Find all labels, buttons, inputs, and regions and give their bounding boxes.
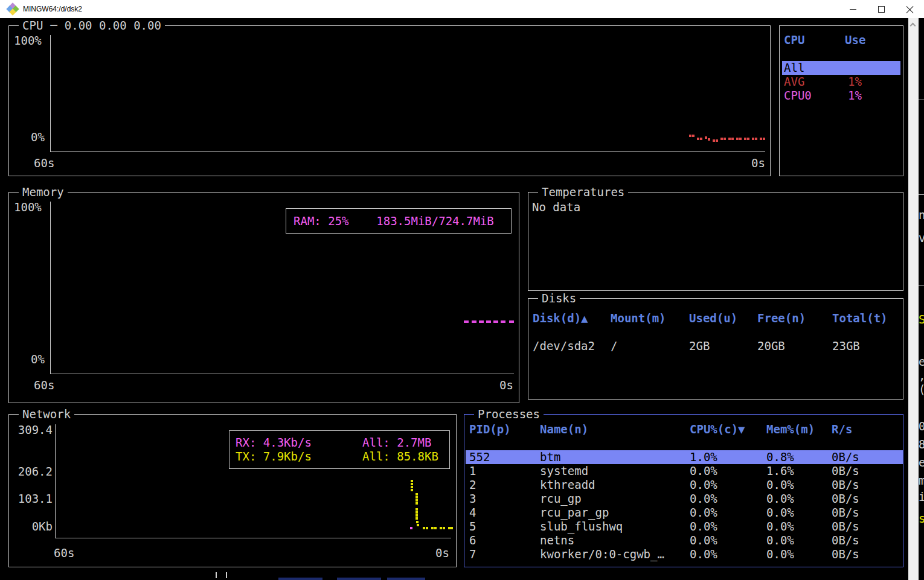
disks-header-3[interactable]: Free(n)	[757, 311, 806, 325]
cpu-legend-use: 1%	[848, 75, 862, 89]
edge-clipped-char: 8	[919, 438, 924, 451]
processes-header-3[interactable]: Mem%(m)	[766, 422, 815, 436]
minimize-button[interactable]	[839, 0, 867, 18]
process-cell: 1.6%	[766, 464, 794, 478]
network-y-axis	[55, 424, 56, 538]
cpu-x-right-label: 0s	[751, 156, 765, 170]
disks-cell[interactable]: /dev/sda2	[533, 339, 595, 353]
clipped-glyph-tick	[226, 572, 227, 578]
temperatures-panel[interactable]: Temperatures No data	[528, 192, 903, 291]
process-cell: 0.0%	[766, 520, 794, 534]
scroll-up-icon[interactable]	[910, 23, 916, 29]
window-controls	[839, 0, 924, 18]
edge-clipped-char: m	[919, 474, 924, 488]
disks-panel[interactable]: Disks Disk(d)▲Mount(m)Used(u)Free(n)Tota…	[528, 298, 903, 400]
process-cell: 0B/s	[832, 506, 859, 520]
process-row[interactable]: 2kthreadd0.0%0.0%0B/s	[466, 478, 903, 492]
clipped-row-fragment	[278, 578, 322, 580]
edge-clipped-char: ,	[919, 369, 924, 383]
processes-table: PID(p)Name(n)CPU%(c)▼Mem%(m)R/s552btm1.0…	[464, 415, 903, 567]
background-window-sliver: nvSe,(08emis	[919, 18, 924, 580]
cpu-x-axis	[50, 151, 765, 152]
cpu-load-average: 0.00 0.00 0.00	[65, 19, 161, 33]
msys2-icon	[7, 4, 18, 14]
process-cell: 0B/s	[832, 464, 859, 478]
process-cell: 0B/s	[832, 492, 859, 506]
edge-clipped-char: S	[919, 313, 924, 327]
processes-header-0[interactable]: PID(p)	[469, 422, 511, 436]
edge-clipped-char: 0	[919, 419, 924, 433]
process-cell: slub_flushwq	[540, 520, 623, 534]
cpu-legend-name: CPU0	[784, 89, 812, 103]
bottom-clipped-strip	[0, 549, 908, 580]
disks-cell[interactable]: 23GB	[832, 339, 860, 353]
edge-clipped-char: i	[919, 490, 924, 504]
title-separator: ─	[50, 19, 57, 33]
network-rx-total-label: All: 2.7MB	[362, 436, 431, 450]
maximize-icon	[878, 6, 885, 13]
scrollbar[interactable]	[908, 18, 919, 580]
disks-cell[interactable]: 2GB	[689, 339, 710, 353]
process-row[interactable]: 5slub_flushwq0.0%0.0%0B/s	[466, 520, 903, 534]
memory-y-max-label: 100%	[14, 200, 42, 214]
edge-clipped-char: (	[919, 383, 924, 397]
process-cell: 0.8%	[766, 450, 794, 464]
cpu-legend-row[interactable]: AVG1%	[782, 75, 900, 89]
clipped-row-fragment	[337, 578, 381, 580]
maximize-button[interactable]	[867, 0, 896, 18]
network-panel[interactable]: Network 309.4 206.2 103.1 0Kb 60s 0s RX:…	[8, 414, 457, 567]
cpu-y-zero-label: 0%	[31, 130, 45, 144]
process-cell: 0B/s	[832, 450, 859, 464]
network-y-label-1: 206.2	[14, 465, 53, 479]
cpu-legend-name: AVG	[784, 75, 804, 89]
process-cell: 0.0%	[690, 492, 717, 506]
process-cell: 2	[469, 478, 476, 492]
edge-clipped-char: n	[919, 208, 924, 222]
memory-x-axis	[50, 374, 514, 374]
ram-info-box: RAM: 25% 183.5MiB/724.7MiB	[286, 208, 512, 234]
cpu-legend-panel[interactable]: CPU Use AllAVG1%CPU01%	[779, 25, 903, 176]
ram-usage-label: RAM: 25% 183.5MiB/724.7MiB	[294, 214, 494, 228]
cpu-y-max-label: 100%	[14, 34, 42, 48]
process-row[interactable]: 4rcu_par_gp0.0%0.0%0B/s	[466, 506, 903, 520]
clipped-row-fragment	[387, 578, 425, 580]
process-cell: 0.0%	[766, 506, 794, 520]
process-row[interactable]: 3rcu_gp0.0%0.0%0B/s	[466, 492, 903, 506]
process-cell: 0.0%	[766, 478, 794, 492]
process-cell: 552	[469, 450, 490, 464]
process-cell: 0.0%	[766, 492, 794, 506]
process-row[interactable]: 6netns0.0%0.0%0B/s	[466, 534, 903, 547]
clipped-glyph-tick	[216, 572, 217, 578]
network-panel-title: Network	[19, 407, 74, 421]
cpu-panel[interactable]: CPU ─ 0.00 0.00 0.00 100% 0% 60s 0s	[8, 25, 771, 176]
disks-header-1[interactable]: Mount(m)	[611, 311, 666, 325]
process-row[interactable]: 552btm1.0%0.8%0B/s	[466, 450, 903, 464]
processes-header-1[interactable]: Name(n)	[540, 422, 588, 436]
minimize-icon	[850, 9, 856, 10]
process-cell: 0.0%	[690, 478, 717, 492]
memory-panel[interactable]: Memory 100% 0% 60s 0s RAM: 25% 183.5MiB/…	[8, 192, 519, 403]
cpu-x-left-label: 60s	[34, 156, 54, 170]
process-row[interactable]: 1systemd0.0%1.6%0B/s	[466, 464, 903, 478]
network-title-label: Network	[22, 407, 71, 421]
network-y-label-0: 309.4	[14, 423, 53, 437]
network-y-label-3: 0Kb	[14, 520, 53, 534]
network-rx-label: RX: 4.3Kb/s	[236, 436, 312, 450]
disks-header-0[interactable]: Disk(d)▲	[533, 311, 588, 325]
process-cell: btm	[540, 450, 560, 464]
processes-header-4[interactable]: R/s	[832, 422, 852, 436]
close-button[interactable]	[896, 0, 924, 18]
cpu-legend-row[interactable]: All	[782, 61, 900, 75]
processes-header-2[interactable]: CPU%(c)▼	[690, 422, 745, 436]
edge-clipped-border	[919, 194, 924, 195]
disks-header-2[interactable]: Used(u)	[689, 311, 737, 325]
memory-y-zero-label: 0%	[31, 352, 45, 366]
edge-clipped-border	[919, 285, 924, 285]
disks-cell[interactable]: 20GB	[757, 339, 785, 353]
disks-header-4[interactable]: Total(t)	[832, 311, 888, 325]
disks-cell[interactable]: /	[611, 339, 617, 353]
cpu-legend-row[interactable]: CPU01%	[782, 89, 900, 103]
terminal-window: MINGW64:/d/dsk2 CPU ─ 0.00 0.00 0.00 100…	[0, 0, 924, 580]
temperatures-panel-title: Temperatures	[538, 185, 628, 199]
processes-panel[interactable]: Processes PID(p)Name(n)CPU%(c)▼Mem%(m)R/…	[464, 414, 903, 567]
